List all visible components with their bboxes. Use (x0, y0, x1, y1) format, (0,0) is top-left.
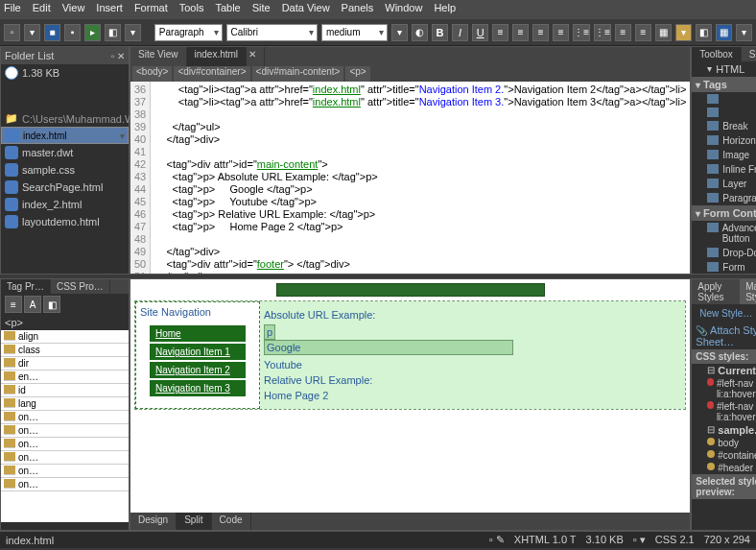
underline-button[interactable]: U (472, 24, 488, 41)
toolbox-item[interactable]: Image (692, 148, 756, 162)
file-item[interactable]: sample.css (1, 161, 129, 179)
code-line[interactable]: <tag">div attr">id="main-content"> (154, 158, 686, 171)
list-icon[interactable]: ⋮≡ (573, 24, 590, 41)
sample-css-group[interactable]: ⊟ sample.css (692, 423, 756, 437)
design-preview[interactable]: Site Navigation HomeNavigation Item 1Nav… (130, 279, 690, 513)
menu-help[interactable]: Help (434, 2, 456, 17)
menu-view[interactable]: View (62, 2, 85, 17)
menu-edit[interactable]: Edit (33, 2, 51, 17)
code-line[interactable] (154, 233, 686, 246)
google-text[interactable]: Google (264, 340, 513, 355)
border-icon[interactable]: ▦ (655, 24, 672, 41)
tool-icon[interactable]: ▪ (64, 24, 81, 41)
nav-link[interactable]: Navigation Item 1 (150, 344, 246, 360)
menu-data-view[interactable]: Data View (282, 2, 330, 17)
toolbox-item[interactable]: Drop-Down Box (692, 246, 756, 260)
code-line[interactable] (154, 108, 686, 121)
close-icon[interactable]: ▫ ✕ (111, 51, 125, 61)
breadcrumb[interactable]: <p> (345, 66, 369, 82)
menu-file[interactable]: File (4, 2, 21, 17)
menu-site[interactable]: Site (252, 2, 271, 17)
tag-prop-row[interactable]: en… (1, 371, 129, 384)
file-item[interactable]: index_2.html (1, 196, 129, 213)
file-item[interactable]: layoutdemo.html (1, 213, 129, 230)
status-tool-icon[interactable]: ▫ ✎ (489, 534, 505, 546)
styles-tab[interactable]: Manage Styles (740, 279, 756, 304)
toolbox-item[interactable]: Form (692, 260, 756, 275)
style-rule[interactable]: #header (692, 462, 756, 474)
code-line[interactable]: </tag">div> (154, 246, 686, 258)
style-rule[interactable]: body (692, 437, 756, 449)
breadcrumb[interactable]: <body> (132, 66, 172, 82)
menu-panels[interactable]: Panels (342, 2, 374, 17)
code-line[interactable]: <tag">p> Relative URL Example: </tag">p> (154, 208, 686, 221)
justify-icon[interactable]: ≡ (553, 24, 569, 41)
toolbox-item[interactable]: Inline Frame (692, 162, 756, 177)
tag-prop-row[interactable]: on… (1, 424, 129, 438)
menu-format[interactable]: Format (134, 2, 168, 17)
open-icon[interactable]: ▾ (24, 24, 40, 41)
breadcrumb[interactable]: <div#main-content> (252, 66, 344, 82)
preview-icon[interactable]: ▸ (84, 24, 101, 41)
save-icon[interactable]: ■ (44, 24, 60, 41)
file-item[interactable]: SearchPage.html (1, 179, 129, 196)
view-mode-code[interactable]: Code (212, 513, 251, 530)
toolbox-item[interactable]: Layer (692, 177, 756, 191)
align-center-icon[interactable]: ≡ (512, 24, 529, 41)
tool2-icon[interactable]: ◧ (105, 24, 121, 41)
code-line[interactable]: </tag">div> (154, 271, 686, 274)
nav-link[interactable]: Navigation Item 3 (150, 380, 246, 396)
toolbox-item[interactable]: Break (692, 119, 756, 133)
indent-icon[interactable]: ≡ (635, 24, 651, 41)
status-css[interactable]: CSS 2.1 (655, 534, 695, 546)
align-right-icon[interactable]: ≡ (532, 24, 549, 41)
status-doctype[interactable]: XHTML 1.0 T (514, 534, 577, 546)
tag-prop-row[interactable]: align (1, 330, 129, 344)
tag-prop-row[interactable]: lang (1, 397, 129, 411)
tag-prop-row[interactable]: class (1, 344, 129, 357)
new-style-link[interactable]: New Style… (696, 306, 756, 321)
tool7-icon[interactable]: ▾ (736, 24, 752, 41)
current-page-group[interactable]: ⊟ Current Page (692, 364, 756, 377)
nav-link[interactable]: Navigation Item 2 (150, 362, 246, 378)
size-select[interactable]: medium (321, 24, 388, 41)
toolbox-tab[interactable]: Snippets (742, 47, 756, 61)
highlight-icon[interactable]: ▾ (675, 24, 692, 41)
menu-window[interactable]: Window (385, 2, 422, 17)
italic-button[interactable]: I (452, 24, 468, 41)
toolbox-root[interactable]: ▾ HTML (692, 61, 756, 77)
menu-insert[interactable]: Insert (96, 2, 123, 17)
tool5-icon[interactable]: ◧ (696, 24, 712, 41)
form-controls-category[interactable]: ▾ Form Controls (692, 205, 756, 221)
toolbox-item[interactable]: Paragraph (692, 191, 756, 205)
tool3-icon[interactable]: ▾ (125, 24, 141, 41)
numlist-icon[interactable]: ⋮≡ (594, 24, 611, 41)
view-mode-split[interactable]: Split (177, 513, 211, 530)
tag-prop-row[interactable]: on… (1, 438, 129, 451)
code-line[interactable]: </tag">div> (154, 133, 686, 146)
tag-prop-row[interactable]: id (1, 384, 129, 397)
tool6-icon[interactable]: ▦ (716, 24, 732, 41)
code-line[interactable] (154, 146, 686, 158)
toolbox-tab[interactable]: Toolbox (692, 47, 741, 61)
new-icon[interactable]: ▫ (4, 24, 20, 41)
tag-prop-row[interactable]: dir (1, 357, 129, 371)
align-left-icon[interactable]: ≡ (492, 24, 508, 41)
toolbox-item[interactable]: Horizontal Line (692, 133, 756, 148)
view-mode-design[interactable]: Design (130, 513, 177, 530)
outdent-icon[interactable]: ≡ (615, 24, 631, 41)
tag-prop-row[interactable]: on… (1, 451, 129, 465)
styles-tab[interactable]: Apply Styles (692, 279, 740, 304)
code-line[interactable]: <tag">li><tag">a attr">href="index.html"… (154, 84, 686, 96)
menu-tools[interactable]: Tools (179, 2, 204, 17)
code-line[interactable]: <tag">div attr">id="footer"> </tag">div> (154, 258, 686, 271)
tag-prop-row[interactable]: on… (1, 465, 129, 478)
file-item[interactable]: index.html (1, 127, 129, 144)
paragraph-select[interactable]: Paragraph (154, 24, 223, 41)
code-line[interactable]: <tag">li><tag">a attr">href="index.html"… (154, 96, 686, 108)
code-line[interactable]: <tag">p> Youtube </tag">p> (154, 196, 686, 208)
close-tab-icon[interactable]: ✕ (241, 47, 265, 66)
tool4-icon[interactable]: ◐ (412, 24, 428, 41)
code-line[interactable]: </tag">ul> (154, 121, 686, 133)
tag-tab[interactable]: CSS Pro… (51, 279, 110, 294)
